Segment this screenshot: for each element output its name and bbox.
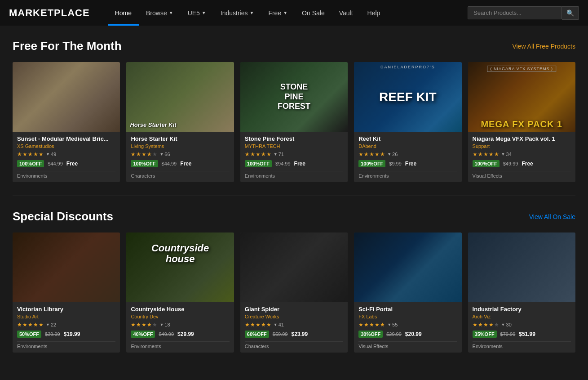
final-price: Free	[405, 161, 416, 167]
star-full-icon: ★	[261, 151, 266, 157]
product-card[interactable]: Giant Spider Creature Works ★★★★★ ▼ 41 6…	[240, 232, 348, 353]
original-price: $49.99	[159, 331, 174, 337]
star-empty-icon: ★	[494, 322, 499, 328]
star-full-icon: ★	[358, 151, 363, 157]
view-all-sale-link[interactable]: View All On Sale	[529, 213, 575, 220]
product-category[interactable]: Environments	[473, 341, 571, 350]
star-full-icon: ★	[375, 322, 380, 328]
rating-count: ▼ 41	[274, 322, 284, 327]
nav-free[interactable]: Free ▼	[261, 0, 295, 26]
rating-count: ▼ 71	[274, 152, 284, 157]
star-full-icon: ★	[489, 151, 494, 157]
product-category[interactable]: Visual Effects	[358, 341, 457, 350]
final-price: $23.99	[291, 331, 308, 337]
product-card[interactable]: Industrial Factory Arch Viz ★★★★★ ▼ 30 3…	[468, 232, 575, 353]
product-card[interactable]: Sci-Fi Portal FX Labs ★★★★★ ▼ 55 30%OFF …	[354, 232, 461, 353]
product-author[interactable]: MYTHRA TECH	[245, 143, 343, 149]
rating-count: ▼ 34	[501, 152, 512, 157]
browse-chevron-icon: ▼	[169, 10, 173, 15]
product-name: Giant Spider	[245, 306, 343, 313]
view-all-free-link[interactable]: View All Free Products	[512, 43, 575, 50]
product-author[interactable]: Suppart	[473, 143, 571, 149]
product-img-title: REEF KIT	[379, 90, 437, 104]
product-image	[468, 232, 575, 302]
product-author[interactable]: FX Labs	[358, 314, 457, 319]
product-author[interactable]: XS Gamestudios	[17, 143, 115, 149]
product-category[interactable]: Environments	[17, 341, 115, 350]
product-card[interactable]: ( NIAGARA VFX SYSTEMS ) MEGA FX PACK 1 N…	[468, 62, 575, 182]
product-name: Sci-Fi Portal	[358, 306, 457, 313]
product-category[interactable]: Visual Effects	[473, 171, 571, 179]
product-author[interactable]: DAbend	[358, 143, 457, 149]
star-full-icon: ★	[147, 322, 152, 328]
product-category[interactable]: Characters	[131, 171, 229, 179]
product-info: Sci-Fi Portal FX Labs ★★★★★ ▼ 55 30%OFF …	[354, 302, 461, 353]
brand-logo[interactable]: MARKETPLACE	[9, 7, 90, 19]
chevron-down-icon: ▼	[159, 152, 164, 156]
search-button[interactable]: 🔍	[562, 6, 579, 20]
product-category[interactable]: Environments	[245, 171, 343, 179]
star-full-icon: ★	[483, 151, 488, 157]
product-author[interactable]: Arch Viz	[473, 314, 571, 319]
discounts-section-header: Special Discounts View All On Sale	[13, 210, 575, 224]
rating-count: ▼ 22	[46, 322, 56, 327]
free-chevron-icon: ▼	[283, 10, 287, 15]
product-price-row: 100%OFF $9.99 Free	[358, 160, 457, 167]
product-name: Niagara Mega VFX Pack vol. 1	[473, 135, 571, 142]
product-image	[13, 62, 120, 132]
final-price: $51.99	[519, 331, 535, 337]
product-info: Victorian Library Studio Art ★★★★★ ▼ 22 …	[13, 302, 120, 353]
star-full-icon: ★	[17, 322, 22, 328]
product-category[interactable]: Environments	[358, 171, 457, 179]
original-price: $49.99	[503, 161, 518, 166]
product-name: Stone Pine Forest	[245, 135, 343, 142]
navbar: MARKETPLACE Home Browse ▼ UE5 ▼ Industri…	[0, 0, 588, 26]
original-price: $44.99	[48, 161, 63, 166]
nav-on-sale[interactable]: On Sale	[295, 0, 332, 26]
product-info: Giant Spider Creature Works ★★★★★ ▼ 41 6…	[240, 302, 348, 353]
rating-count: ▼ 49	[46, 152, 56, 157]
product-card[interactable]: Countrysidehouse Countryside House Count…	[126, 232, 234, 353]
original-price: $59.99	[273, 331, 288, 337]
product-card[interactable]: DANIELADERPRO7'S REEF KIT Reef Kit DAben…	[354, 62, 461, 182]
star-full-icon: ★	[245, 151, 250, 157]
final-price: Free	[180, 161, 191, 167]
product-author[interactable]: Country Dev	[131, 314, 229, 319]
nav-ue5[interactable]: UE5 ▼	[181, 0, 213, 26]
free-for-month-section: Free For The Month View All Free Product…	[0, 26, 588, 196]
product-image	[13, 232, 120, 302]
discounts-product-grid: Victorian Library Studio Art ★★★★★ ▼ 22 …	[13, 232, 575, 353]
product-author[interactable]: Creature Works	[245, 314, 343, 319]
final-price: $19.99	[64, 331, 80, 337]
product-name: Industrial Factory	[473, 306, 571, 313]
nav-help[interactable]: Help	[360, 0, 388, 26]
product-author[interactable]: Studio Art	[17, 314, 115, 319]
star-full-icon: ★	[375, 151, 380, 157]
nav-industries[interactable]: Industries ▼	[213, 0, 261, 26]
product-price-row: 30%OFF $29.99 $20.99	[358, 331, 457, 338]
product-info: Stone Pine Forest MYTHRA TECH ★★★★★ ▼ 71…	[240, 132, 348, 182]
star-full-icon: ★	[369, 151, 374, 157]
nav-browse[interactable]: Browse ▼	[139, 0, 181, 26]
product-author[interactable]: Living Systems	[131, 143, 229, 149]
product-card[interactable]: STONEPINEFOREST Stone Pine Forest MYTHRA…	[240, 62, 348, 182]
star-full-icon: ★	[261, 322, 266, 328]
original-price: $94.99	[275, 161, 291, 166]
star-empty-icon: ★	[152, 322, 157, 328]
product-category[interactable]: Environments	[131, 341, 229, 350]
nav-home[interactable]: Home	[108, 0, 139, 26]
product-card[interactable]: Sunset - Modular Medieval Bric... XS Gam…	[13, 62, 120, 182]
product-category[interactable]: Characters	[245, 341, 343, 350]
discount-badge: 100%OFF	[17, 160, 44, 167]
product-category[interactable]: Environments	[17, 171, 115, 179]
product-img-text: Horse Starter Kit	[130, 121, 176, 128]
star-half-icon: ★	[494, 151, 499, 157]
product-rating: ★★★★★ ▼ 34	[473, 151, 571, 157]
nav-vault[interactable]: Vault	[332, 0, 360, 26]
star-full-icon: ★	[478, 151, 483, 157]
search-input[interactable]	[468, 6, 562, 19]
product-card[interactable]: Horse Starter Kit Horse Starter Kit Livi…	[126, 62, 234, 182]
product-card[interactable]: Victorian Library Studio Art ★★★★★ ▼ 22 …	[13, 232, 120, 353]
final-price: $20.99	[405, 331, 422, 337]
chevron-down-icon: ▼	[274, 322, 278, 327]
